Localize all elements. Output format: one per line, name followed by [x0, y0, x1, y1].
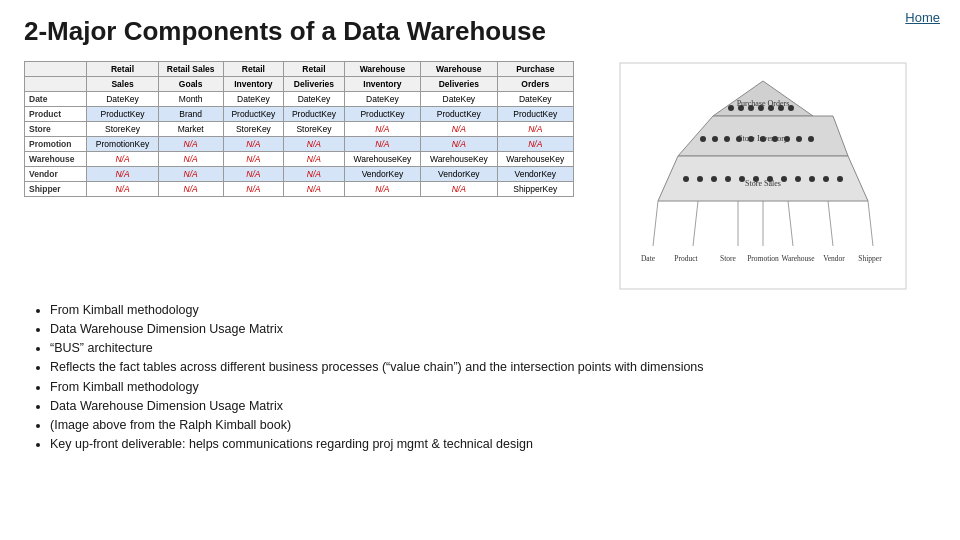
svg-point-21 — [784, 136, 790, 142]
svg-point-14 — [700, 136, 706, 142]
col-retail-2: Retail — [223, 62, 284, 77]
svg-text:Warehouse: Warehouse — [781, 254, 815, 263]
table-cell: N/A — [284, 152, 345, 167]
table-cell: VendorKey — [421, 167, 497, 182]
bullet-item: Data Warehouse Dimension Usage Matrix — [50, 320, 936, 338]
svg-point-27 — [725, 176, 731, 182]
svg-text:Promotion: Promotion — [747, 254, 779, 263]
dimension-usage-matrix: Retail Retail Sales Retail Retail Wareho… — [24, 61, 574, 197]
table-cell: N/A — [223, 182, 284, 197]
table-cell: N/A — [158, 152, 223, 167]
table-cell: N/A — [223, 152, 284, 167]
svg-text:Product: Product — [674, 254, 698, 263]
col-inventory: Inventory — [223, 77, 284, 92]
page: Home 2-Major Components of a Data Wareho… — [0, 0, 960, 540]
table-cell: WarehouseKey — [497, 152, 573, 167]
svg-point-15 — [712, 136, 718, 142]
svg-text:Shipper: Shipper — [858, 254, 882, 263]
col-warehouse: Warehouse — [344, 62, 420, 77]
col-goals: Goals — [158, 77, 223, 92]
row-label: Promotion — [25, 137, 87, 152]
table-cell: N/A — [344, 137, 420, 152]
svg-point-25 — [697, 176, 703, 182]
col-retail-3: Retail — [284, 62, 345, 77]
table-cell: N/A — [344, 122, 420, 137]
svg-point-24 — [683, 176, 689, 182]
table-row: StoreStoreKeyMarketStoreKeyStoreKeyN/AN/… — [25, 122, 574, 137]
bullet-item: Reflects the fact tables across differen… — [50, 358, 936, 376]
table-cell: N/A — [421, 122, 497, 137]
table-cell: N/A — [421, 137, 497, 152]
svg-point-9 — [748, 105, 754, 111]
table-cell: DateKey — [497, 92, 573, 107]
row-label: Store — [25, 122, 87, 137]
matrix-table-container: Retail Retail Sales Retail Retail Wareho… — [24, 61, 574, 291]
svg-point-7 — [728, 105, 734, 111]
bullet-item: (Image above from the Ralph Kimball book… — [50, 416, 936, 434]
table-cell: ProductKey — [87, 107, 158, 122]
table-cell: Month — [158, 92, 223, 107]
svg-point-33 — [809, 176, 815, 182]
svg-point-28 — [739, 176, 745, 182]
table-cell: StoreKey — [284, 122, 345, 137]
svg-point-29 — [753, 176, 759, 182]
svg-point-10 — [758, 105, 764, 111]
svg-point-22 — [796, 136, 802, 142]
col-retail-sales: Retail Sales — [158, 62, 223, 77]
table-cell: ShipperKey — [497, 182, 573, 197]
table-cell: PromotionKey — [87, 137, 158, 152]
svg-point-17 — [736, 136, 742, 142]
svg-point-30 — [767, 176, 773, 182]
col-purchase: Purchase — [497, 62, 573, 77]
table-cell: VendorKey — [344, 167, 420, 182]
bullet-item: From Kimball methodology — [50, 301, 936, 319]
table-cell: DateKey — [284, 92, 345, 107]
row-label: Date — [25, 92, 87, 107]
svg-point-20 — [772, 136, 778, 142]
bullet-list-container: From Kimball methodologyData Warehouse D… — [24, 301, 936, 453]
svg-text:Store Sales: Store Sales — [745, 179, 781, 188]
svg-point-32 — [795, 176, 801, 182]
table-cell: N/A — [158, 167, 223, 182]
table-cell: N/A — [284, 167, 345, 182]
svg-point-18 — [748, 136, 754, 142]
svg-point-31 — [781, 176, 787, 182]
table-cell: DateKey — [223, 92, 284, 107]
table-cell: VendorKey — [497, 167, 573, 182]
table-cell: StoreKey — [87, 122, 158, 137]
svg-point-23 — [808, 136, 814, 142]
svg-point-8 — [738, 105, 744, 111]
table-row: ProductProductKeyBrandProductKeyProductK… — [25, 107, 574, 122]
row-label: Product — [25, 107, 87, 122]
bullet-item: Key up-front deliverable: helps communic… — [50, 435, 936, 453]
svg-point-35 — [837, 176, 843, 182]
svg-point-13 — [788, 105, 794, 111]
table-cell: N/A — [497, 122, 573, 137]
table-row: WarehouseN/AN/AN/AN/AWarehouseKeyWarehou… — [25, 152, 574, 167]
table-cell: WarehouseKey — [344, 152, 420, 167]
table-row: DateDateKeyMonthDateKeyDateKeyDateKeyDat… — [25, 92, 574, 107]
table-cell: ProductKey — [421, 107, 497, 122]
table-cell: N/A — [87, 182, 158, 197]
col-deliveries: Deliveries — [284, 77, 345, 92]
pyramid-diagram: Purchase Orders Store Inventory Store Sa… — [590, 61, 936, 291]
table-cell: N/A — [223, 137, 284, 152]
bullet-item: From Kimball methodology — [50, 378, 936, 396]
table-cell: N/A — [421, 182, 497, 197]
svg-point-11 — [768, 105, 774, 111]
col-orders: Orders — [497, 77, 573, 92]
col-w-deliveries: Deliveries — [421, 77, 497, 92]
col-sales: Sales — [87, 77, 158, 92]
table-cell: DateKey — [344, 92, 420, 107]
table-row: VendorN/AN/AN/AN/AVendorKeyVendorKeyVend… — [25, 167, 574, 182]
table-cell: ProductKey — [344, 107, 420, 122]
table-row: PromotionPromotionKeyN/AN/AN/AN/AN/AN/A — [25, 137, 574, 152]
row-label: Vendor — [25, 167, 87, 182]
table-cell: ProductKey — [223, 107, 284, 122]
svg-point-26 — [711, 176, 717, 182]
svg-text:Date: Date — [641, 254, 656, 263]
home-link[interactable]: Home — [905, 10, 940, 25]
table-cell: N/A — [87, 167, 158, 182]
table-cell: N/A — [284, 182, 345, 197]
table-cell: N/A — [497, 137, 573, 152]
